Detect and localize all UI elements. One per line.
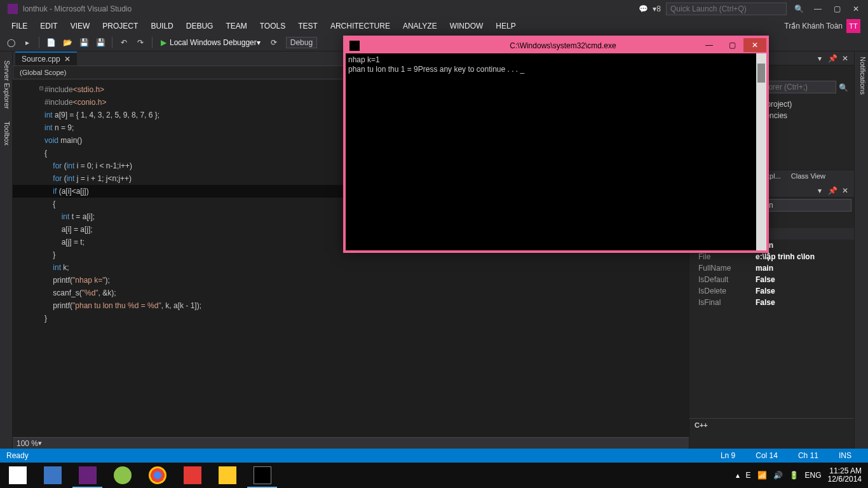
tray-icon[interactable]: E bbox=[746, 471, 751, 480]
notification-badge[interactable]: ▾8 bbox=[653, 4, 661, 13]
save-icon[interactable]: 💾 bbox=[77, 36, 91, 50]
menu-window[interactable]: WINDOW bbox=[444, 20, 490, 32]
cmd-icon bbox=[254, 466, 271, 484]
search-icon[interactable]: 🔍 bbox=[836, 81, 850, 95]
status-bar: Ready Ln 9 Col 14 Ch 11 INS bbox=[0, 449, 868, 463]
taskbar-app[interactable] bbox=[175, 463, 210, 488]
nav-back-icon[interactable]: ◯ bbox=[4, 36, 18, 50]
menu-analyze[interactable]: ANALYZE bbox=[397, 20, 444, 32]
taskbar: ▴ E 📶 🔊 🔋 ENG 11:25 AM 12/6/2014 bbox=[0, 463, 868, 488]
clock[interactable]: 11:25 AM 12/6/2014 bbox=[828, 467, 862, 484]
toolbox-tab[interactable]: Toolbox bbox=[0, 118, 12, 149]
taskbar-chrome[interactable] bbox=[140, 463, 175, 488]
quick-launch-input[interactable] bbox=[666, 3, 787, 15]
play-icon: ▶ bbox=[161, 38, 166, 47]
cmd-scrollbar[interactable] bbox=[756, 53, 766, 250]
vs-logo-icon bbox=[8, 4, 18, 14]
panel-close-icon[interactable]: ✕ bbox=[840, 186, 850, 196]
zoom-level[interactable]: 100 % ▾ bbox=[13, 437, 689, 449]
start-debug-button[interactable]: ▶Local Windows Debugger ▾ bbox=[157, 38, 264, 47]
menu-edit[interactable]: EDIT bbox=[34, 20, 64, 32]
menu-tools[interactable]: TOOLS bbox=[254, 20, 292, 32]
feedback-icon[interactable]: 💬 bbox=[634, 0, 653, 18]
menubar: FILE EDIT VIEW PROJECT BUILD DEBUG TEAM … bbox=[0, 18, 868, 34]
maximize-button[interactable]: ▢ bbox=[827, 0, 846, 18]
status-ins: INS bbox=[839, 451, 851, 460]
cmd-icon bbox=[349, 41, 360, 51]
tab-class-view[interactable]: Class View bbox=[786, 170, 831, 184]
taskbar-vs[interactable] bbox=[70, 463, 105, 488]
undo-icon[interactable]: ↶ bbox=[117, 36, 131, 50]
tab-label: Source.cpp bbox=[22, 55, 60, 64]
editor-tab-source[interactable]: Source.cpp ✕ bbox=[15, 51, 77, 65]
cmd-titlebar[interactable]: C:\Windows\system32\cmd.exe — ▢ ✕ bbox=[346, 38, 766, 53]
refresh-icon[interactable]: ⟳ bbox=[267, 36, 281, 50]
panel-close-icon[interactable]: ✕ bbox=[840, 53, 850, 64]
panel-menu-icon[interactable]: ▾ bbox=[815, 186, 825, 196]
prop-row: FullNamemain bbox=[689, 262, 854, 274]
nav-fwd-icon[interactable]: ▸ bbox=[20, 36, 34, 50]
cmd-window[interactable]: C:\Windows\system32\cmd.exe — ▢ ✕ nhap k… bbox=[343, 36, 769, 253]
chrome-icon bbox=[149, 466, 166, 484]
vs-icon bbox=[79, 466, 97, 484]
menu-team[interactable]: TEAM bbox=[219, 20, 253, 32]
signed-in-user[interactable]: Trần Khánh Toàn bbox=[784, 22, 843, 30]
menu-debug[interactable]: DEBUG bbox=[180, 20, 220, 32]
new-project-icon[interactable]: 📄 bbox=[44, 36, 58, 50]
minimize-button[interactable]: — bbox=[808, 0, 827, 18]
menu-file[interactable]: FILE bbox=[5, 20, 34, 32]
folder-icon bbox=[219, 466, 236, 484]
window-title: lonthuk - Microsoft Visual Studio bbox=[23, 4, 132, 13]
taskbar-app[interactable] bbox=[105, 463, 140, 488]
volume-icon[interactable]: 🔊 bbox=[773, 471, 783, 480]
prop-row: IsDeleteFalse bbox=[689, 285, 854, 297]
left-tool-tabs: Server Explorer Toolbox bbox=[0, 51, 13, 449]
app-icon bbox=[44, 466, 62, 484]
status-line: Ln 9 bbox=[721, 451, 735, 460]
network-icon[interactable]: 📶 bbox=[757, 471, 767, 480]
cmd-minimize-button[interactable]: — bbox=[698, 38, 721, 52]
prop-row: IsFinalFalse bbox=[689, 297, 854, 308]
notifications-tab[interactable]: Notifications bbox=[854, 51, 868, 449]
status-ch: Ch 11 bbox=[798, 451, 818, 460]
close-button[interactable]: ✕ bbox=[846, 0, 865, 18]
user-avatar[interactable]: TT bbox=[846, 19, 860, 33]
menu-architecture[interactable]: ARCHITECTURE bbox=[324, 20, 397, 32]
close-tab-icon[interactable]: ✕ bbox=[64, 55, 71, 64]
status-ready: Ready bbox=[6, 451, 29, 460]
system-tray: ▴ E 📶 🔊 🔋 ENG 11:25 AM 12/6/2014 bbox=[729, 467, 868, 484]
cmd-maximize-button[interactable]: ▢ bbox=[721, 38, 743, 52]
battery-icon[interactable]: 🔋 bbox=[789, 471, 799, 480]
app-icon bbox=[114, 466, 132, 484]
taskbar-app[interactable] bbox=[35, 463, 70, 488]
save-all-icon[interactable]: 💾 bbox=[93, 36, 107, 50]
menu-project[interactable]: PROJECT bbox=[96, 20, 144, 32]
prop-row: IsDefaultFalse bbox=[689, 274, 854, 285]
menu-build[interactable]: BUILD bbox=[144, 20, 179, 32]
config-select[interactable]: Debug bbox=[286, 37, 317, 48]
taskbar-explorer[interactable] bbox=[210, 463, 245, 488]
language-indicator[interactable]: ENG bbox=[805, 471, 822, 480]
tray-chevron-icon[interactable]: ▴ bbox=[736, 471, 740, 480]
titlebar: lonthuk - Microsoft Visual Studio 💬 ▾8 🔍… bbox=[0, 0, 868, 18]
windows-icon bbox=[9, 466, 27, 484]
pin-icon[interactable]: 📌 bbox=[827, 186, 837, 196]
cmd-close-button[interactable]: ✕ bbox=[743, 38, 766, 52]
taskbar-cmd[interactable] bbox=[245, 463, 280, 488]
menu-test[interactable]: TEST bbox=[292, 20, 324, 32]
panel-menu-icon[interactable]: ▾ bbox=[815, 53, 825, 64]
search-icon[interactable]: 🔍 bbox=[789, 0, 808, 18]
status-col: Col 14 bbox=[756, 451, 778, 460]
open-icon[interactable]: 📂 bbox=[60, 36, 74, 50]
app-icon bbox=[184, 466, 201, 484]
menu-help[interactable]: HELP bbox=[489, 20, 522, 32]
menu-view[interactable]: VIEW bbox=[64, 20, 97, 32]
cmd-output[interactable]: nhap k=1 phan tu lon thu 1 = 9Press any … bbox=[346, 53, 766, 250]
pin-icon[interactable]: 📌 bbox=[827, 53, 837, 64]
outline-toggle-icon[interactable]: ⊟ bbox=[39, 85, 43, 92]
prop-description: C++ bbox=[689, 418, 854, 449]
start-button[interactable] bbox=[0, 463, 35, 488]
server-explorer-tab[interactable]: Server Explorer bbox=[0, 57, 12, 112]
redo-icon[interactable]: ↷ bbox=[133, 36, 147, 50]
